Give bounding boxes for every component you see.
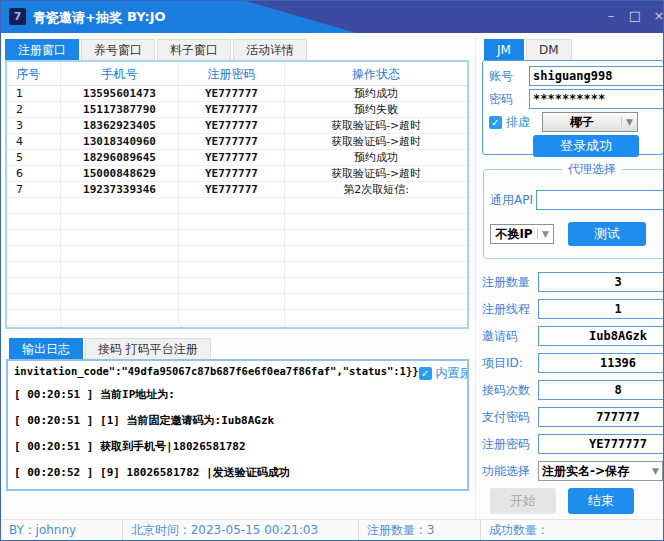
main-tab-2[interactable]: 养号窗口: [81, 39, 155, 60]
account-label: 账号: [489, 68, 525, 85]
field-input[interactable]: [538, 434, 664, 454]
proxy-groupbox: 代理选择 通用API 不换IP ▼ 测试: [483, 161, 664, 259]
field-input[interactable]: [538, 299, 664, 319]
window-byline: BY:JO: [127, 9, 166, 24]
function-dropdown-value: 注册实名->保存: [542, 463, 649, 480]
table-cell: 预约成功: [285, 86, 467, 101]
field-input[interactable]: [538, 407, 664, 427]
table-cell: YE777777: [179, 86, 285, 101]
chevron-down-icon: ▼: [537, 229, 553, 239]
password-input[interactable]: [529, 89, 664, 109]
table-row[interactable]: 215117387790YE777777预约失败: [7, 102, 467, 118]
api-input[interactable]: [536, 190, 664, 210]
column-header: 注册密码: [179, 62, 285, 85]
field-input[interactable]: [538, 272, 664, 292]
table-cell: [61, 294, 179, 309]
table-cell: YE777777: [179, 134, 285, 149]
log-line: [ 00:20:52 ] [9] 18026581782 |正在获取验证码中: [14, 486, 461, 491]
field-label: 接码次数: [482, 382, 538, 399]
log-tab-1[interactable]: 输出日志: [9, 338, 83, 359]
ip-dropdown-value: 不换IP: [491, 226, 537, 243]
table-row[interactable]: 615000848629YE777777获取验证码->超时: [7, 166, 467, 182]
account-input[interactable]: [529, 66, 664, 86]
field-label: 注册密码: [482, 436, 538, 453]
start-button[interactable]: 开始: [490, 488, 556, 514]
field-input[interactable]: [538, 326, 664, 346]
main-tab-3[interactable]: 料子窗口: [157, 39, 231, 60]
table-cell: 预约成功: [285, 150, 467, 165]
table-row[interactable]: 413018340960YE777777获取验证码->超时: [7, 134, 467, 150]
status-success-count: 成功数量 :: [481, 520, 664, 540]
builtin-checkbox[interactable]: ✓ 内置尿素: [419, 365, 469, 382]
log-line: [ 00:20:52 ] [9] 18026581782 |发送验证码成功: [14, 460, 461, 486]
table-cell: [7, 310, 61, 325]
test-button[interactable]: 测试: [568, 222, 646, 246]
function-dropdown[interactable]: 注册实名->保存 ▼: [538, 461, 663, 481]
table-cell: 3: [7, 118, 61, 133]
account-tab-1[interactable]: JM: [484, 39, 524, 60]
action-buttons: 开始 结束: [490, 488, 634, 514]
log-tab-2[interactable]: 接码 打码平台注册: [85, 338, 211, 359]
table-row: [7, 262, 467, 278]
table-cell: 2: [7, 102, 61, 117]
app-icon: 7: [9, 8, 26, 25]
table-cell: [7, 230, 61, 245]
maximize-icon[interactable]: □: [623, 7, 647, 25]
table-cell: [61, 262, 179, 277]
status-bar: BY : johnny 北京时间 : 2023-05-15 00:21:03 注…: [1, 519, 664, 540]
table-cell: 获取验证码->超时: [285, 134, 467, 149]
table-cell: [7, 246, 61, 261]
table-cell: YE777777: [179, 102, 285, 117]
table-cell: [7, 198, 61, 213]
table-row[interactable]: 719237339346YE777777第2次取短信:: [7, 182, 467, 198]
field-label: 项目ID:: [482, 355, 538, 372]
table-row: [7, 198, 467, 214]
end-button[interactable]: 结束: [568, 488, 634, 514]
checkbox-checked-icon: ✓: [419, 367, 432, 380]
table-header-row: 序号手机号注册密码操作状态: [7, 62, 467, 86]
minimize-icon[interactable]: –: [599, 7, 623, 25]
table-cell: [285, 198, 467, 213]
table-cell: [179, 262, 285, 277]
table-cell: [7, 262, 61, 277]
panel-divider: [475, 37, 476, 518]
table-cell: [61, 246, 179, 261]
table-cell: 18296089645: [61, 150, 179, 165]
api-label: 通用API: [490, 192, 533, 209]
proxy-title: 代理选择: [562, 161, 622, 178]
table-cell: 获取验证码->超时: [285, 166, 467, 181]
field-input[interactable]: [538, 380, 664, 400]
field-input[interactable]: [538, 353, 664, 373]
column-header: 序号: [7, 62, 61, 85]
table-cell: 19237339346: [61, 182, 179, 197]
filter-virtual-checkbox[interactable]: ✓ 排虚: [489, 114, 530, 131]
table-cell: [285, 214, 467, 229]
window-title: 青瓷邀请+抽奖: [33, 9, 122, 27]
main-tab-1[interactable]: 注册窗口: [5, 39, 79, 60]
table-row[interactable]: 113595601473YE777777预约成功: [7, 86, 467, 102]
ip-dropdown[interactable]: 不换IP ▼: [490, 224, 554, 244]
account-tab-2[interactable]: DM: [526, 39, 572, 60]
chevron-down-icon: ▼: [621, 117, 637, 127]
login-button[interactable]: 登录成功: [533, 135, 639, 157]
phone-table: 序号手机号注册密码操作状态 113595601473YE777777预约成功21…: [5, 60, 469, 329]
log-output[interactable]: invitation_code":"49dfa95067c87b687f6e6f…: [6, 359, 469, 491]
table-cell: [61, 230, 179, 245]
main-tab-4[interactable]: 活动详情: [233, 39, 307, 60]
table-cell: [179, 278, 285, 293]
table-row[interactable]: 318362923405YE777777获取验证码->超时: [7, 118, 467, 134]
account-tab-bar: JMDM: [484, 39, 574, 60]
table-row: [7, 310, 467, 326]
column-header: 手机号: [61, 62, 179, 85]
log-line: [ 00:20:51 ] 当前IP地址为:: [14, 382, 461, 408]
table-row[interactable]: 518296089645YE777777预约成功: [7, 150, 467, 166]
log-line: [ 00:20:51 ] [1] 当前固定邀请码为:Iub8AGzk: [14, 408, 461, 434]
password-label: 密码: [489, 91, 525, 108]
table-row: [7, 214, 467, 230]
close-icon[interactable]: ×: [647, 7, 664, 25]
table-cell: [179, 246, 285, 261]
platform-dropdown[interactable]: 椰子 ▼: [542, 112, 638, 132]
table-cell: 5: [7, 150, 61, 165]
titlebar: 7 青瓷邀请+抽奖 BY:JO – □ ×: [1, 1, 664, 33]
status-time: 北京时间 : 2023-05-15 00:21:03: [123, 520, 359, 540]
